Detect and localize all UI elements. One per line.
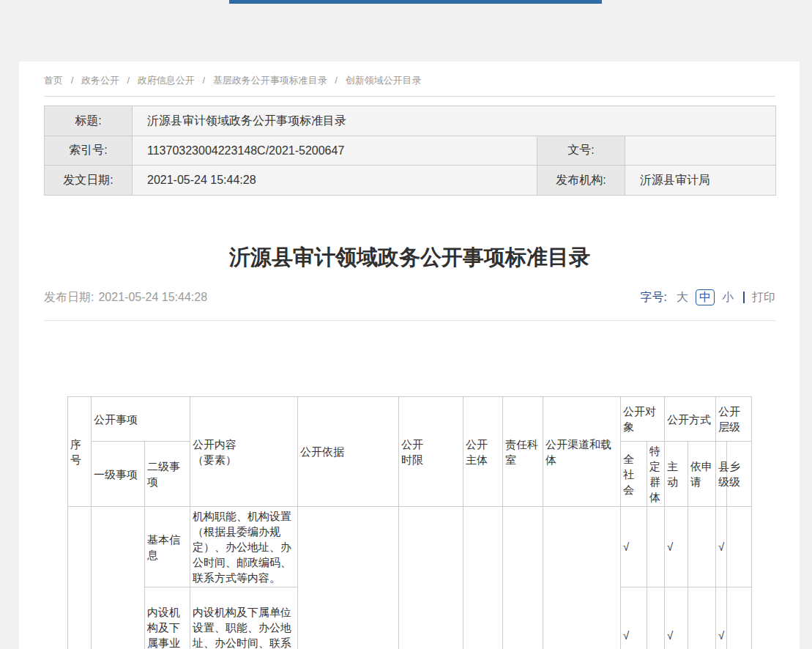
breadcrumb-item-zhengwu[interactable]: 政务公开: [81, 75, 119, 86]
meta-index-label: 索引号:: [45, 136, 133, 166]
content-card: 首页 / 政务公开 / 政府信息公开 / 基层政务公开事项标准目录 / 创新领域…: [19, 62, 800, 649]
font-medium-button[interactable]: 中: [696, 289, 715, 305]
cell-time-limit: 一次性公开并动态调整: [399, 507, 463, 649]
meta-index-value: 11370323004223148C/2021-5200647: [133, 136, 537, 166]
meta-table: 标题: 沂源县审计领域政务公开事项标准目录 索引号: 1137032300422…: [44, 105, 776, 196]
top-nav-bar-fragment: [229, 0, 602, 4]
print-button[interactable]: 打印: [752, 290, 775, 305]
cell-office: 办公室: [503, 507, 543, 649]
header-channel: 公开渠道和载体: [543, 397, 621, 507]
cell-check-specific-group: [647, 587, 665, 649]
meta-docnum-label: 文号:: [537, 136, 625, 166]
cell-basis: 《中华人民共和国政府信息公开条例》（国务院令第711号）: [298, 507, 399, 649]
header-level-group: 公开 层级: [716, 397, 752, 442]
catalog-table: 序号 公开事项 公开内容 （要素） 公开依据 公开 时限 公开 主体 责任科室 …: [67, 396, 752, 649]
breadcrumb-item-xinxi[interactable]: 政府信息公开: [138, 75, 195, 86]
meta-org-value: 沂源县审计局: [625, 166, 776, 196]
header-basis: 公开依据: [298, 397, 399, 507]
cell-level1: [92, 507, 145, 649]
cell-check-township: [727, 587, 752, 649]
header-on-request: 依申请: [688, 442, 716, 507]
header-specific-group: 特定群体: [647, 442, 665, 507]
cell-check-county: √: [716, 507, 727, 587]
header-county: 县级: [716, 442, 727, 507]
font-size-label: 字号:: [641, 290, 667, 305]
meta-row-title: 标题: 沂源县审计领域政务公开事项标准目录: [45, 106, 776, 136]
breadcrumb: 首页 / 政务公开 / 政府信息公开 / 基层政务公开事项标准目录 / 创新领域…: [44, 62, 775, 97]
meta-title-value: 沂源县审计领域政务公开事项标准目录: [133, 106, 776, 136]
meta-title-label: 标题:: [45, 106, 133, 136]
cell-check-county: √: [716, 587, 727, 649]
cell-check-active: √: [665, 507, 688, 587]
header-level1: 一级事项: [92, 442, 145, 507]
cell-content: 机构职能、机构设置（根据县委编办规定）、办公地址、办公时间、邮政编码、联系方式等…: [190, 507, 298, 587]
meta-row-index: 索引号: 11370323004223148C/2021-5200647 文号:: [45, 136, 776, 166]
cell-content: 内设机构及下属单位设置、职能、办公地址、办公时间、联系方式、负责人姓名等: [190, 587, 298, 649]
cell-channel: 政府网站 公开查阅点: [543, 507, 621, 649]
catalog-header-row-1: 序号 公开事项 公开内容 （要素） 公开依据 公开 时限 公开 主体 责任科室 …: [68, 397, 752, 442]
cell-check-all-society: √: [621, 507, 647, 587]
meta-date-value: 2021-05-24 15:44:28: [133, 166, 537, 196]
cell-check-active: √: [665, 587, 688, 649]
header-target-group: 公开对象: [621, 397, 665, 442]
font-small-button[interactable]: 小: [722, 290, 734, 305]
content-inner: 首页 / 政务公开 / 政府信息公开 / 基层政务公开事项标准目录 / 创新领域…: [44, 62, 775, 649]
header-all-society: 全社会: [621, 442, 647, 507]
header-township: 乡级: [727, 442, 752, 507]
header-office: 责任科室: [503, 397, 543, 507]
header-content: 公开内容 （要素）: [190, 397, 298, 507]
cell-check-on-request: [688, 587, 716, 649]
breadcrumb-separator: /: [71, 75, 74, 86]
header-serial: 序号: [68, 397, 92, 507]
cell-check-township: [727, 507, 752, 587]
meta-org-label: 发布机构:: [537, 166, 625, 196]
meta-docnum-value: [625, 136, 776, 166]
header-method-group: 公开方式: [665, 397, 716, 442]
publish-date-value: 2021-05-24 15:44:28: [98, 291, 207, 303]
table-row: 基本信息 机构职能、机构设置（根据县委编办规定）、办公地址、办公时间、邮政编码、…: [68, 507, 752, 587]
meta-date-label: 发文日期:: [45, 166, 133, 196]
header-level2: 二级事项: [145, 442, 190, 507]
header-subject: 公开 主体: [463, 397, 503, 507]
header-active: 主动: [665, 442, 688, 507]
cell-level2: 基本信息: [145, 507, 190, 587]
cell-check-on-request: [688, 507, 716, 587]
cell-check-specific-group: [647, 507, 665, 587]
font-large-button[interactable]: 大: [677, 290, 688, 305]
font-size-control: 字号: 大 中 小 打印: [641, 289, 775, 305]
cell-subject: 沂源县审计局: [463, 507, 503, 649]
header-time-limit: 公开 时限: [399, 397, 463, 507]
meta-row-date: 发文日期: 2021-05-24 15:44:28 发布机构: 沂源县审计局: [45, 166, 776, 196]
breadcrumb-item-home[interactable]: 首页: [44, 75, 63, 86]
breadcrumb-separator: /: [127, 75, 130, 86]
header-item-group: 公开事项: [92, 397, 190, 442]
cell-level2: 内设机构及下属事业单位: [145, 587, 190, 649]
breadcrumb-item-jiceng[interactable]: 基层政务公开事项标准目录: [213, 75, 327, 86]
article-meta-row: 发布日期:2021-05-24 15:44:28 字号: 大 中 小 打印: [44, 289, 775, 321]
cell-serial: [68, 507, 92, 649]
breadcrumb-item-current[interactable]: 创新领域公开目录: [346, 75, 422, 86]
publish-date-label: 发布日期:: [44, 291, 94, 303]
publish-date: 发布日期:2021-05-24 15:44:28: [44, 290, 207, 305]
breadcrumb-separator: /: [202, 75, 205, 86]
breadcrumb-separator: /: [335, 75, 338, 86]
cell-check-all-society: √: [621, 587, 647, 649]
article-title: 沂源县审计领域政务公开事项标准目录: [44, 241, 775, 273]
divider: [743, 292, 745, 303]
